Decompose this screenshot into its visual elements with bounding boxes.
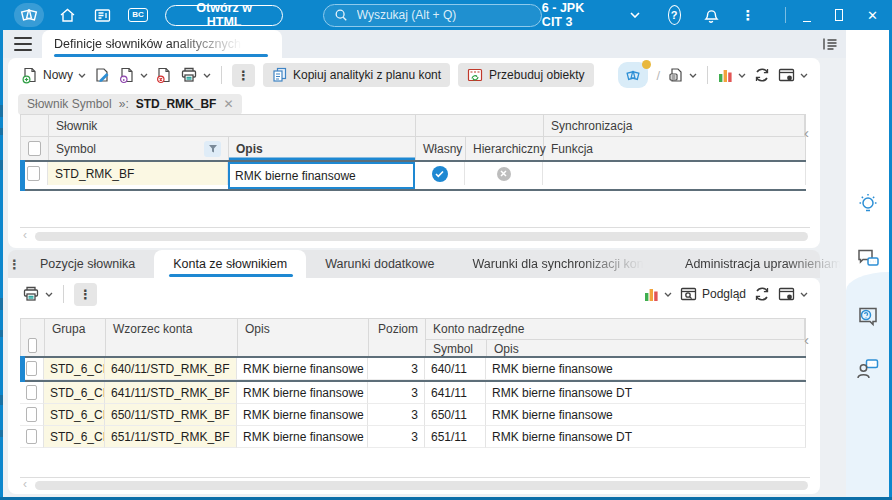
- grid1-collapse-left-icon[interactable]: ‹: [804, 125, 809, 140]
- filter-funnel-icon[interactable]: [204, 141, 221, 157]
- select-all-checkbox-2[interactable]: [28, 338, 37, 353]
- column-header-parent-symbol[interactable]: Symbol: [426, 339, 487, 357]
- search-input[interactable]: [355, 7, 529, 23]
- column-header-funkcja[interactable]: Funkcja: [544, 136, 805, 160]
- refresh-button[interactable]: [754, 67, 770, 83]
- help-chat-icon[interactable]: [856, 306, 880, 328]
- delete-button[interactable]: [156, 67, 172, 84]
- cell-parent-symbol[interactable]: 651/11: [425, 426, 486, 448]
- database-selector[interactable]: 6 - JPK CIT 3: [542, 1, 590, 29]
- cell-parent-symbol[interactable]: 640/11: [425, 358, 486, 380]
- filter-chip[interactable]: Słownik Symbol »: STD_RMK_BF ✕: [18, 94, 242, 115]
- grid-settings-button-2[interactable]: [778, 287, 808, 302]
- select-all-checkbox[interactable]: [28, 141, 41, 156]
- document-info-button[interactable]: [119, 67, 148, 84]
- open-tabs-list-icon[interactable]: [822, 36, 839, 52]
- row-checkbox[interactable]: [26, 429, 37, 444]
- cell-grupa[interactable]: STD_6_CIT: [44, 404, 105, 426]
- grid2-horizontal-scrollbar[interactable]: [35, 481, 808, 490]
- cell-hierarchiczny[interactable]: [465, 162, 543, 185]
- column-header-poziom[interactable]: Poziom: [369, 319, 426, 356]
- row-checkbox[interactable]: [26, 361, 37, 376]
- cell-grupa[interactable]: STD_6_CIT: [44, 426, 105, 448]
- bc-module-icon[interactable]: BC: [126, 2, 149, 28]
- cell-wzorzec[interactable]: 641/11/STD_RMK_BF: [105, 382, 237, 404]
- print-button-2[interactable]: [22, 286, 53, 302]
- cell-grupa[interactable]: STD_6_CIT: [44, 382, 105, 404]
- cell-opis-editing[interactable]: RMK bierne finansowe: [228, 162, 415, 189]
- detail-tabs-more-icon[interactable]: ⋮: [8, 250, 21, 278]
- cell-parent-opis[interactable]: RMK bierne finansowe DT: [486, 382, 806, 404]
- cell-parent-opis[interactable]: RMK bierne finansowe: [486, 404, 806, 426]
- database-chevron-down-icon[interactable]: [630, 12, 640, 18]
- tab-konta-ze-slownikiem[interactable]: Konta ze słownikiem: [154, 250, 306, 278]
- cell-funkcja[interactable]: [543, 162, 806, 185]
- chart2-chevron-down-icon[interactable]: [664, 292, 672, 297]
- cell-symbol[interactable]: STD_RMK_BF: [48, 162, 228, 185]
- notifications-logo-icon[interactable]: [618, 62, 648, 88]
- cell-poziom[interactable]: 3: [368, 404, 425, 426]
- chart-chevron-down-icon[interactable]: [738, 73, 746, 78]
- tab-administracja-uprawnieniami[interactable]: Administracja uprawnieniami: [666, 250, 863, 278]
- grid1-horizontal-scrollbar[interactable]: [35, 232, 808, 241]
- more-actions-button-2[interactable]: ⋮: [74, 283, 97, 306]
- document-info-chevron-down-icon[interactable]: [140, 73, 148, 78]
- more-actions-button[interactable]: ⋮: [232, 64, 255, 87]
- export-document-button[interactable]: [668, 67, 697, 83]
- column-header-grupa[interactable]: Grupa: [45, 319, 106, 356]
- row-checkbox[interactable]: [27, 166, 40, 181]
- print-chevron-down-icon[interactable]: [203, 73, 211, 78]
- open-in-html-button[interactable]: Otwórz w HTML: [165, 5, 282, 26]
- column-header-opis[interactable]: Opis: [229, 136, 416, 160]
- window-maximize-button[interactable]: [835, 9, 843, 21]
- tab-warunki-synchronizacji[interactable]: Warunki dla synchronizacji kont: [453, 250, 666, 278]
- column-header-opis2[interactable]: Opis: [238, 319, 369, 356]
- cell-parent-symbol[interactable]: 650/11: [425, 404, 486, 426]
- grid-settings2-chevron-down-icon[interactable]: [800, 292, 808, 297]
- grid2-collapse-left-icon[interactable]: ‹: [804, 332, 809, 347]
- menu-hamburger-icon[interactable]: [14, 37, 32, 51]
- new-chevron-down-icon[interactable]: [78, 73, 86, 78]
- help-icon[interactable]: ?: [668, 5, 681, 25]
- copy-analytics-button[interactable]: Kopiuj analityki z planu kont: [263, 63, 450, 87]
- app-logo-icon[interactable]: [14, 3, 44, 27]
- grid2-scroll-left-icon[interactable]: ‹: [23, 480, 27, 489]
- cell-wzorzec[interactable]: 651/11/STD_RMK_BF: [105, 426, 237, 448]
- grid1-scroll-left-icon[interactable]: ‹: [23, 231, 27, 240]
- column-header-parent-opis[interactable]: Opis: [487, 339, 805, 357]
- news-icon[interactable]: [91, 2, 114, 28]
- column-header-wlasny[interactable]: Własny: [416, 136, 466, 160]
- print-button[interactable]: [180, 67, 211, 83]
- account-row[interactable]: STD_6_CIT 640/11/STD_RMK_BF RMK bierne f…: [20, 356, 806, 382]
- cell-wzorzec[interactable]: 640/11/STD_RMK_BF: [105, 358, 237, 380]
- new-button[interactable]: Nowy: [22, 67, 86, 84]
- cell-opis[interactable]: RMK bierne finansowe: [237, 404, 368, 426]
- global-search[interactable]: [323, 4, 542, 27]
- export-chevron-down-icon[interactable]: [689, 73, 697, 78]
- chat-bubbles-icon[interactable]: [856, 248, 880, 270]
- window-close-button[interactable]: ✕: [867, 8, 878, 23]
- grid-settings-chevron-down-icon[interactable]: [800, 73, 808, 78]
- home-icon[interactable]: [56, 2, 79, 28]
- chart-button-2[interactable]: [644, 287, 672, 302]
- notifications-bell-icon[interactable]: [703, 7, 719, 24]
- column-header-symbol[interactable]: Symbol: [49, 136, 229, 160]
- tab-warunki-dodatkowe[interactable]: Warunki dodatkowe: [306, 250, 453, 278]
- row-checkbox[interactable]: [26, 407, 37, 422]
- account-row[interactable]: STD_6_CIT 641/11/STD_RMK_BF RMK bierne f…: [20, 382, 806, 404]
- print2-chevron-down-icon[interactable]: [45, 292, 53, 297]
- cell-parent-opis[interactable]: RMK bierne finansowe DT: [486, 426, 806, 448]
- chart-button[interactable]: [718, 68, 746, 83]
- preview-button[interactable]: Podgląd: [680, 287, 746, 302]
- row-checkbox[interactable]: [26, 385, 37, 400]
- account-row[interactable]: STD_6_CIT 651/11/STD_RMK_BF RMK bierne f…: [20, 426, 806, 448]
- cell-opis[interactable]: RMK bierne finansowe: [237, 382, 368, 404]
- group-header-synchronizacja[interactable]: Synchronizacja: [544, 115, 805, 136]
- more-options-icon[interactable]: ⋮: [741, 7, 755, 23]
- cell-parent-symbol[interactable]: 641/11: [425, 382, 486, 404]
- group-header-slownik[interactable]: Słownik: [49, 115, 416, 136]
- cell-opis[interactable]: RMK bierne finansowe: [237, 426, 368, 448]
- cell-wlasny[interactable]: [415, 162, 465, 185]
- grid-settings-button[interactable]: [778, 68, 808, 83]
- dictionary-row[interactable]: STD_RMK_BF RMK bierne finansowe: [20, 160, 806, 191]
